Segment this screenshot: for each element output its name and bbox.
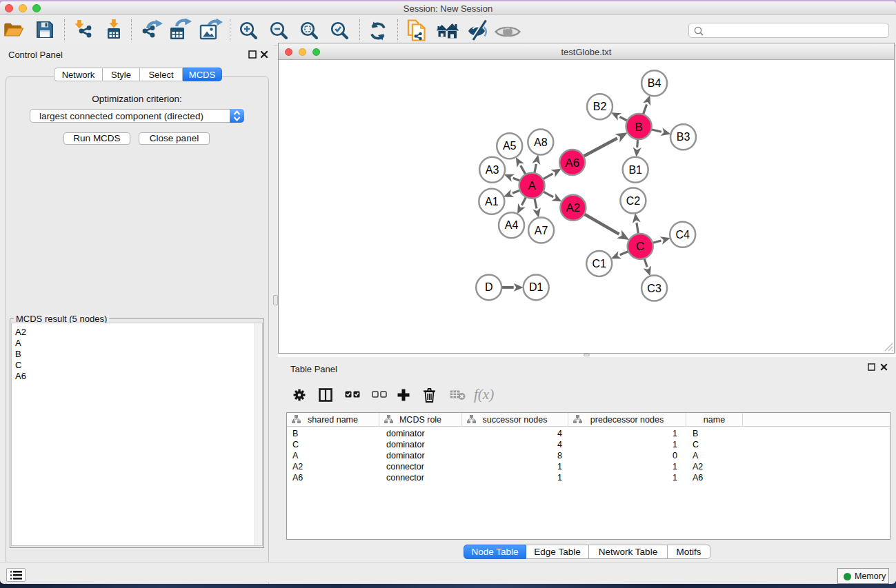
svg-text:A: A: [528, 179, 536, 192]
svg-text:B4: B4: [648, 77, 661, 89]
svg-text:C1: C1: [592, 258, 606, 270]
svg-text:A4: A4: [505, 219, 519, 231]
svg-text:B: B: [635, 121, 642, 134]
svg-text:A5: A5: [503, 140, 517, 152]
svg-text:C2: C2: [626, 195, 641, 207]
svg-text:B1: B1: [628, 164, 642, 176]
svg-text:A3: A3: [486, 164, 499, 176]
svg-text:D: D: [485, 281, 493, 293]
svg-text:C3: C3: [647, 283, 661, 294]
svg-text:C: C: [636, 240, 644, 253]
svg-text:A2: A2: [566, 201, 581, 214]
svg-text:A7: A7: [535, 225, 548, 236]
svg-text:C4: C4: [675, 229, 690, 241]
svg-text:A6: A6: [565, 156, 579, 170]
svg-text:B3: B3: [677, 131, 690, 143]
svg-text:A8: A8: [534, 136, 548, 148]
svg-text:B2: B2: [593, 101, 607, 112]
svg-text:D1: D1: [529, 281, 544, 293]
svg-text:A1: A1: [485, 196, 499, 207]
